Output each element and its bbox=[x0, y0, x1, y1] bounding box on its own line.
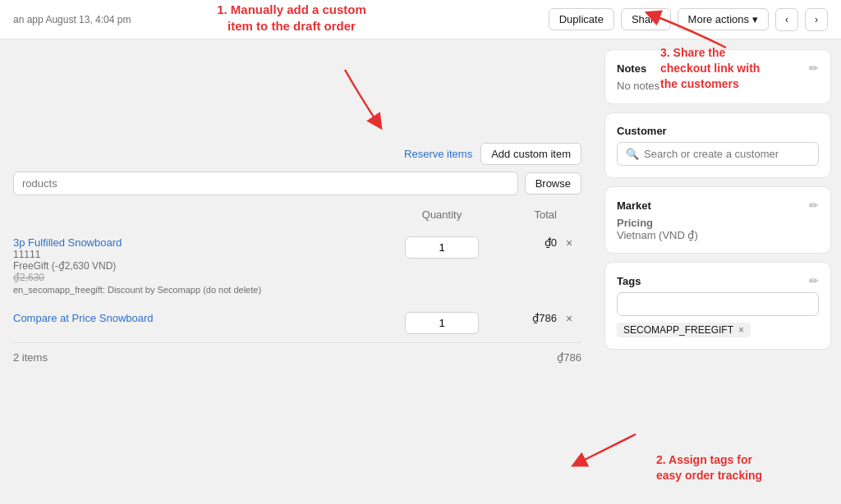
market-edit-icon[interactable]: ✏ bbox=[809, 199, 819, 212]
pricing-row: Pricing Vietnam (VND ₫) bbox=[617, 217, 819, 241]
top-bar-actions: Duplicate Share More actions ▾ ‹ › bbox=[549, 8, 828, 31]
tags-title: Tags bbox=[617, 275, 641, 287]
reserve-items-link[interactable]: Reserve items bbox=[404, 148, 472, 160]
table-row: Compare at Price Snowboard ₫786 × bbox=[13, 303, 581, 342]
left-panel: 1. Manually add a customitem to the draf… bbox=[0, 39, 595, 504]
order-footer: 2 items ₫786 bbox=[13, 342, 581, 364]
table-row: 3p Fulfilled Snowboard 11111 FreeGift (-… bbox=[13, 227, 581, 303]
product-compare-1: ₫2,630 bbox=[13, 272, 393, 283]
product-name-2[interactable]: Compare at Price Snowboard bbox=[13, 312, 393, 324]
product-info-2: Compare at Price Snowboard bbox=[13, 312, 393, 324]
product-name-1[interactable]: 3p Fulfilled Snowboard bbox=[13, 236, 393, 249]
product-search-row: Browse bbox=[13, 172, 581, 195]
notes-title: Notes bbox=[617, 62, 646, 75]
nav-next-button[interactable]: › bbox=[805, 8, 828, 31]
customer-search-input[interactable] bbox=[644, 148, 810, 160]
tags-header: Tags ✏ bbox=[617, 274, 819, 287]
notes-header: Notes ✏ bbox=[617, 62, 819, 75]
qty-input-2[interactable] bbox=[405, 312, 479, 334]
right-panel: Notes ✏ No notes 3. Share thecheckout li… bbox=[595, 39, 841, 504]
total-header: Total bbox=[491, 208, 557, 221]
annotation-arrow-1 bbox=[279, 66, 411, 131]
customer-header: Customer bbox=[617, 125, 819, 137]
main-content: 1. Manually add a customitem to the draf… bbox=[0, 39, 841, 504]
tags-list: SECOMAPP_FREEGIFT × bbox=[617, 323, 819, 337]
market-header: Market ✏ bbox=[617, 199, 819, 212]
more-actions-button[interactable]: More actions ▾ bbox=[678, 8, 769, 30]
price-1: ₫0 bbox=[491, 236, 557, 249]
tag-remove-button[interactable]: × bbox=[738, 324, 744, 336]
qty-header: Quantity bbox=[393, 208, 491, 221]
notes-edit-icon[interactable]: ✏ bbox=[809, 62, 819, 75]
chevron-down-icon: ▾ bbox=[752, 13, 758, 25]
remove-item-2-button[interactable]: × bbox=[563, 312, 576, 325]
product-sku-1: 11111 bbox=[13, 249, 393, 260]
duplicate-button[interactable]: Duplicate bbox=[549, 8, 614, 30]
market-title: Market bbox=[617, 199, 651, 212]
customer-title: Customer bbox=[617, 125, 667, 137]
customer-card: Customer 🔍 bbox=[604, 112, 831, 178]
items-count: 2 items bbox=[13, 351, 48, 364]
customer-search-wrap: 🔍 bbox=[617, 142, 819, 166]
product-discount-1: FreeGift (-₫2,630 VND) bbox=[13, 260, 393, 272]
nav-prev-button[interactable]: ‹ bbox=[775, 8, 798, 31]
price-2: ₫786 bbox=[491, 312, 557, 324]
pricing-value: Vietnam (VND ₫) bbox=[617, 229, 819, 241]
notes-value: No notes bbox=[617, 80, 819, 92]
share-button[interactable]: Share bbox=[621, 8, 671, 30]
tags-input[interactable] bbox=[617, 292, 819, 316]
tags-edit-icon[interactable]: ✏ bbox=[809, 274, 819, 287]
browse-button[interactable]: Browse bbox=[525, 172, 581, 195]
pricing-label: Pricing bbox=[617, 217, 653, 229]
app-info: an app August 13, 4:04 pm bbox=[13, 14, 131, 25]
market-card: Market ✏ Pricing Vietnam (VND ₫) bbox=[604, 186, 831, 254]
product-search-input[interactable] bbox=[13, 172, 518, 195]
tags-card: Tags ✏ SECOMAPP_FREEGIFT × bbox=[604, 262, 831, 350]
add-custom-item-button[interactable]: Add custom item bbox=[480, 143, 581, 165]
search-icon: 🔍 bbox=[626, 148, 639, 160]
top-actions-row: Reserve items Add custom item bbox=[13, 143, 581, 165]
tag-badge: SECOMAPP_FREEGIFT × bbox=[617, 323, 751, 337]
order-total: ₫786 bbox=[557, 351, 581, 364]
top-bar: an app August 13, 4:04 pm Duplicate Shar… bbox=[0, 0, 841, 39]
product-info-1: 3p Fulfilled Snowboard 11111 FreeGift (-… bbox=[13, 236, 393, 295]
product-discount-note-1: en_secomapp_freegift: Discount by Secoma… bbox=[13, 285, 393, 295]
remove-item-1-button[interactable]: × bbox=[563, 236, 576, 250]
qty-input-1[interactable] bbox=[405, 236, 479, 259]
notes-card: Notes ✏ No notes bbox=[604, 49, 831, 104]
table-header: Quantity Total bbox=[13, 205, 581, 227]
tag-label: SECOMAPP_FREEGIFT bbox=[623, 324, 733, 336]
annotation-2: 2. Assign tags foreasy order tracking bbox=[656, 452, 841, 483]
